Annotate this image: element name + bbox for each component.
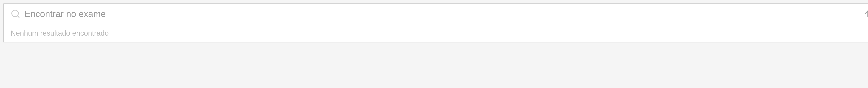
arrow-up-icon[interactable] [863,9,868,19]
search-row [10,8,868,24]
search-input[interactable] [25,8,859,19]
status-message: Nenhum resultado encontrado [10,29,109,37]
search-icon [10,9,20,19]
svg-line-1 [18,16,19,18]
action-icons [863,9,868,19]
status-row: Nenhum resultado encontrado [10,24,868,37]
search-panel: Nenhum resultado encontrado [3,3,868,42]
